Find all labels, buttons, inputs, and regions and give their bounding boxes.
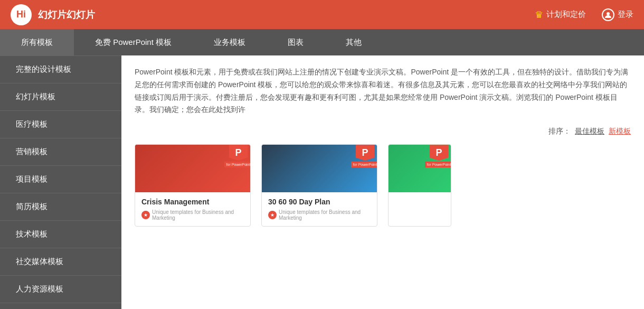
card-1[interactable]: P for PowerPoint Crisis Management ★ Uni… [135,144,251,227]
card-1-title: Crisis Management [141,198,244,206]
nav-item-business[interactable]: 业务模板 [193,29,267,55]
logo-text: Hi [16,9,26,20]
navbar: 所有模板 免费 PowerPoint 模板 业务模板 图表 其他 [0,29,644,55]
nav-item-free-powerpoint[interactable]: 免费 PowerPoint 模板 [74,29,193,55]
card-2-badge-sub: for PowerPoint [351,162,377,167]
card-2-body: 30 60 90 Day Plan ★ Unique templates for… [262,192,377,226]
header: Hi 幻灯片幻灯片 ♛ 计划和定价 登录 [0,0,644,29]
nav-item-charts[interactable]: 图表 [267,29,325,55]
card-1-subtitle-row: ★ Unique templates for Business and Mark… [141,209,244,221]
card-1-header: P for PowerPoint [135,145,250,192]
sidebar-label-0: 完整的设计模板 [16,64,71,73]
sort-bar: 排序： 最佳模板 新模板 [135,127,631,136]
sidebar-item-hr[interactable]: 人力资源模板 [0,276,121,303]
sidebar-item-medical[interactable]: 医疗模板 [0,111,121,138]
login-label: 登录 [618,10,633,20]
nav-label-business: 业务模板 [214,38,245,48]
sidebar-item-resume[interactable]: 简历模板 [0,193,121,221]
sidebar-label-3: 营销模板 [16,147,48,156]
nav-item-other[interactable]: 其他 [325,29,383,55]
nav-label-charts: 图表 [288,38,304,48]
card-2-badge: P for PowerPoint [353,145,377,167]
header-left: Hi 幻灯片幻灯片 [11,4,95,25]
sidebar: 完整的设计模板 幻灯片模板 医疗模板 营销模板 项目模板 简历模板 技术模板 社… [0,55,121,309]
pricing-button[interactable]: ♛ 计划和定价 [535,9,586,21]
card-2-title: 30 60 90 Day Plan [268,198,371,206]
main-layout: 完整的设计模板 幻灯片模板 医疗模板 营销模板 项目模板 简历模板 技术模板 社… [0,55,644,309]
sidebar-item-tech[interactable]: 技术模板 [0,221,121,248]
nav-label-other: 其他 [346,38,362,48]
sort-label: 排序： [548,127,571,136]
sidebar-item-project[interactable]: 项目模板 [0,166,121,193]
description-text: PowerPoint 模板和元素，用于免费或在我们网站上注册的情况下创建专业演示… [135,66,631,116]
brand-name: 幻灯片幻灯片 [38,8,95,21]
sidebar-item-full-design[interactable]: 完整的设计模板 [0,55,121,83]
card-3-header: P for PowerPoint [389,145,451,192]
sort-best[interactable]: 最佳模板 [575,127,604,136]
sidebar-label-4: 项目模板 [16,174,48,183]
svg-point-0 [607,12,610,15]
nav-label-free: 免费 PowerPoint 模板 [95,38,172,48]
logo-circle: Hi [11,4,32,25]
card-3-badge-sub: for PowerPoint [425,162,451,167]
sidebar-label-6: 技术模板 [16,229,48,238]
sidebar-label-5: 简历模板 [16,202,48,211]
sidebar-label-8: 人力资源模板 [16,284,63,293]
sidebar-label-2: 医疗模板 [16,119,48,128]
sidebar-item-marketing[interactable]: 营销模板 [0,138,121,166]
card-1-badge-p: P [229,145,248,161]
nav-label-all: 所有模板 [21,38,53,48]
card-2-header: P for PowerPoint [262,145,377,192]
sort-new[interactable]: 新模板 [609,127,631,136]
card-1-badge: P for PowerPoint [226,145,250,167]
card-2-icon: ★ [268,211,277,219]
card-3-badge-p: P [430,145,449,161]
nav-item-all-templates[interactable]: 所有模板 [0,29,74,55]
sidebar-item-slideshow[interactable]: 幻灯片模板 [0,83,121,111]
card-2-subtitle: Unique templates for Business and Market… [279,209,371,221]
content-area: PowerPoint 模板和元素，用于免费或在我们网站上注册的情况下创建专业演示… [121,55,644,309]
header-right: ♛ 计划和定价 登录 [535,8,633,21]
card-3[interactable]: P for PowerPoint [388,144,451,227]
card-1-badge-sub: for PowerPoint [224,162,251,167]
user-icon [602,8,614,21]
sidebar-item-social[interactable]: 社交媒体模板 [0,248,121,276]
card-2-badge-p: P [356,145,375,161]
card-1-icon: ★ [141,211,150,219]
card-1-subtitle: Unique templates for Business and Market… [152,209,244,221]
crown-icon: ♛ [535,9,543,21]
sidebar-label-7: 社交媒体模板 [16,257,63,266]
card-1-body: Crisis Management ★ Unique templates for… [135,192,250,226]
pricing-label: 计划和定价 [546,10,586,20]
cards-row: P for PowerPoint Crisis Management ★ Uni… [135,144,631,227]
card-3-badge: P for PowerPoint [427,145,451,167]
card-2[interactable]: P for PowerPoint 30 60 90 Day Plan ★ Uni… [261,144,377,227]
card-2-subtitle-row: ★ Unique templates for Business and Mark… [268,209,371,221]
sidebar-label-1: 幻灯片模板 [16,92,55,101]
login-button[interactable]: 登录 [602,8,633,21]
